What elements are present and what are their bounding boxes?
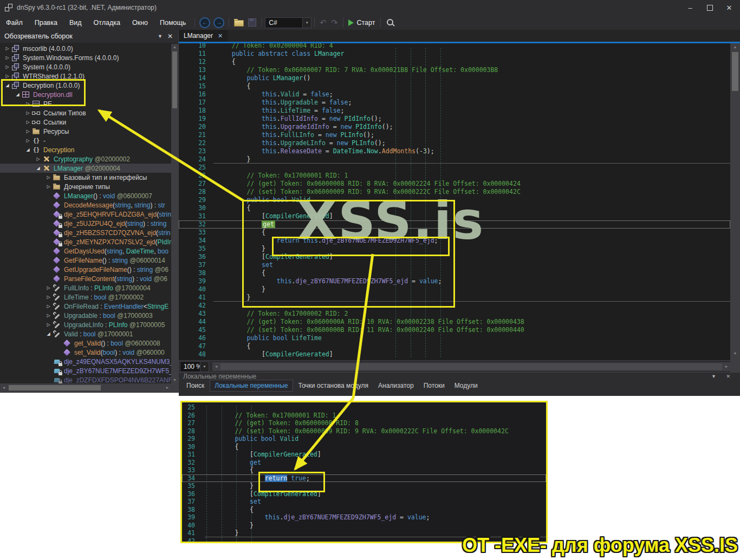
code-line[interactable]: 27 // (get) Token: 0x06000008 RID: 8 RVA…: [179, 180, 730, 188]
editor-horizontal-scrollbar[interactable]: ◄ ►: [212, 362, 730, 371]
tree-row[interactable]: ▷UpgradeLInfo : PLInfo @17000005: [0, 320, 171, 329]
code-line[interactable]: 30 {: [182, 443, 546, 451]
code-line[interactable]: 15 {: [179, 82, 730, 90]
language-combobox[interactable]: C# ▼: [265, 17, 311, 28]
tree-row[interactable]: ◢Decryption.dll: [0, 90, 171, 99]
minimize-button[interactable]: –: [680, 0, 700, 15]
expander-icon[interactable]: ▷: [3, 74, 11, 79]
code-line[interactable]: 46 public bool LifeTime: [179, 334, 730, 342]
tree-row[interactable]: dje_zBY67NUE7MFEZED9ZH7WF5_: [0, 366, 171, 375]
chevron-down-icon[interactable]: ▼: [302, 18, 311, 28]
code-line[interactable]: 23 this.ReleaseDate = DateTime.Now.AddMo…: [179, 147, 730, 155]
tree-row[interactable]: dje_zMEYNZPX7CN7SLV2_ejd(PIdIn: [0, 237, 171, 246]
tree-row[interactable]: ▷Ссылки Типов: [0, 108, 171, 118]
code-line[interactable]: 18 this.LifeTime = false;: [179, 107, 730, 115]
code-line[interactable]: 47 {: [179, 342, 730, 350]
code-line[interactable]: 30 {: [179, 204, 730, 212]
tree-row[interactable]: ◢LManager @02000004: [0, 164, 171, 173]
expander-icon[interactable]: ▷: [34, 157, 42, 161]
tree-row[interactable]: ▷System.Windows.Forms (4.0.0.0): [0, 53, 171, 62]
code-line[interactable]: 11 public abstract class LManager: [179, 50, 730, 58]
code-line[interactable]: 43 // Token: 0x17000002 RID: 2: [179, 310, 730, 318]
menu-item-Отладка[interactable]: Отладка: [88, 19, 126, 27]
code-line[interactable]: 39 this.dje_zBY67NUE7MFEZED9ZH7WF5_ejd =…: [182, 513, 546, 522]
code-line[interactable]: 32 get: [179, 220, 730, 229]
navigate-forward-button[interactable]: →: [213, 17, 224, 28]
code-line[interactable]: 37 set: [179, 261, 730, 269]
open-file-button[interactable]: [234, 19, 243, 26]
code-line[interactable]: 16 this.Valid = false;: [179, 90, 730, 99]
expander-icon[interactable]: ◢: [44, 331, 53, 336]
panel-menu-icon[interactable]: ▼: [154, 34, 166, 39]
code-line[interactable]: 26 // Token: 0x17000001 RID: 1: [182, 412, 546, 420]
bottom-tab-6[interactable]: Модули: [450, 380, 482, 391]
bottom-tab-5[interactable]: Потоки: [419, 380, 449, 391]
expander-icon[interactable]: ◢: [24, 147, 32, 152]
expander-icon[interactable]: ▷: [3, 55, 11, 60]
search-icon[interactable]: [386, 18, 395, 28]
code-line[interactable]: 29 public bool Valid: [182, 435, 546, 443]
code-line[interactable]: 12 {: [179, 58, 730, 66]
code-line[interactable]: 29 public bool Valid: [179, 196, 730, 204]
code-line[interactable]: 35 }: [182, 482, 546, 490]
redo-button[interactable]: ↷: [331, 19, 338, 27]
tree-row[interactable]: GetDaysUsed(string, DateTime, boo: [0, 246, 171, 256]
bottom-tab-2[interactable]: Локальные переменные: [210, 380, 293, 392]
code-view[interactable]: 10 // Token: 0x02000004 RID: 411 public …: [179, 43, 730, 360]
code-line[interactable]: 22 this.UpgradeLInfo = new PLInfo();: [179, 139, 730, 147]
tree-row[interactable]: ▷OnFileRead : EventHandler<StringE: [0, 302, 171, 311]
tree-row[interactable]: dje_zH5BZSS7CD7QZVNA_ejd(strin: [0, 228, 171, 237]
code-line[interactable]: 33 {: [179, 229, 730, 237]
bottom-tab-4[interactable]: Анализатор: [374, 380, 418, 391]
code-line[interactable]: 45 // (set) Token: 0x0600000B RID: 11 RV…: [179, 326, 730, 334]
expander-icon[interactable]: ▷: [44, 285, 53, 290]
tree-row[interactable]: ▷Базовый тип и интерфейсы: [0, 173, 171, 182]
tree-row[interactable]: set_Valid(bool) : void @060000: [0, 348, 171, 357]
expander-icon[interactable]: ▷: [44, 175, 53, 180]
expander-icon[interactable]: ▷: [44, 322, 53, 327]
tree-row[interactable]: ▷mscorlib (4.0.0.0): [0, 44, 171, 53]
code-line[interactable]: 25: [179, 164, 730, 172]
code-line[interactable]: 38 {: [182, 506, 546, 514]
code-line[interactable]: 40 }: [182, 522, 546, 530]
expander-icon[interactable]: ▷: [44, 313, 53, 318]
code-line[interactable]: 36 [CompilerGenerated]: [179, 253, 730, 261]
tree-row[interactable]: ▷{}-: [0, 136, 171, 145]
expander-icon[interactable]: ▷: [3, 46, 11, 51]
navigate-back-button[interactable]: ←: [199, 17, 210, 28]
code-line[interactable]: 10 // Token: 0x02000004 RID: 4: [179, 43, 730, 50]
code-line[interactable]: 38 {: [179, 269, 730, 277]
tree-row[interactable]: ▷WTRShared (1.2.1.0): [0, 71, 171, 81]
tree-row[interactable]: ▷PE: [0, 99, 171, 108]
code-line[interactable]: 41 }: [179, 294, 730, 302]
tree-row[interactable]: DecodeMessage(string, string) : str: [0, 200, 171, 210]
code-line[interactable]: 24 }: [179, 155, 730, 164]
code-line[interactable]: 48 [CompilerGenerated]: [179, 350, 730, 359]
code-line[interactable]: 40 }: [179, 285, 730, 294]
code-line[interactable]: 20 this.UpgradeIdInfo = new PIdInfo();: [179, 123, 730, 131]
code-line[interactable]: 27 // (get) Token: 0x06000008 RID: 8: [182, 419, 546, 427]
tree-row[interactable]: GetUpgradeFileName() : string @06: [0, 265, 171, 274]
tree-row[interactable]: ▷Ресурсы: [0, 127, 171, 136]
code-line[interactable]: 28 // (set) Token: 0x06000009 RID: 9 RVA…: [182, 427, 546, 435]
menu-item-Помощь[interactable]: Помощь: [154, 19, 192, 27]
tree-row[interactable]: ▷Upgradable : bool @17000003: [0, 311, 171, 320]
tree-row[interactable]: get_Valid() : bool @06000008: [0, 338, 171, 348]
expander-icon[interactable]: ▷: [24, 110, 32, 115]
code-line[interactable]: 44 // (get) Token: 0x0600000A RID: 10 RV…: [179, 318, 730, 326]
code-line[interactable]: 17 this.Upgradable = false;: [179, 99, 730, 107]
tree-row[interactable]: ▷System (4.0.0.0): [0, 62, 171, 71]
expander-icon[interactable]: ▷: [3, 64, 11, 69]
undo-button[interactable]: ↶: [320, 19, 327, 27]
code-line[interactable]: 14 public LManager(): [179, 74, 730, 82]
code-line[interactable]: 32 get: [182, 459, 546, 467]
tool-window-controls[interactable]: ▼ ✕: [711, 374, 735, 379]
zoom-combobox[interactable]: 100 % ▼: [180, 361, 209, 372]
menu-item-Файл[interactable]: Файл: [0, 19, 29, 27]
tree-row[interactable]: dje_zDZFDXFDSPOP4NV6B227ANF: [0, 375, 171, 383]
expander-icon[interactable]: ▷: [24, 138, 32, 143]
tree-row[interactable]: ▷Ссылки: [0, 118, 171, 127]
menu-item-Вид[interactable]: Вид: [63, 19, 88, 27]
tree-row[interactable]: dje_z49EQNASX5AQKYLKS4NUM3_: [0, 357, 171, 366]
tree-row[interactable]: ▷Дочерние типы: [0, 182, 171, 191]
